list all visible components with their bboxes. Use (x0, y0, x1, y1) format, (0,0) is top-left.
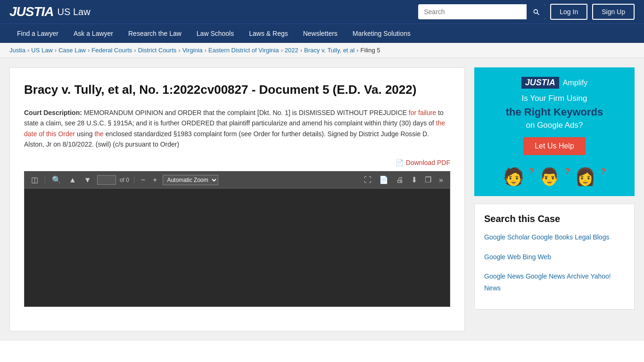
breadcrumb-federal-courts[interactable]: Federal Courts (91, 47, 132, 54)
court-description-text: MEMORANDUM OPINION and ORDER that the co… (24, 109, 445, 148)
link-group-3: Google News Google News Archive Yahoo! N… (484, 271, 625, 294)
content-area: Bracy v. Tully, et al, No. 1:2022cv00827… (9, 67, 465, 331)
nav-law-schools[interactable]: Law Schools (189, 24, 241, 43)
question-marks-2: ? (565, 167, 570, 187)
pdf-download-btn[interactable]: ⬇ (409, 174, 419, 185)
breadcrumb-2022[interactable]: 2022 (285, 47, 298, 54)
ad-illustration: 🧑 ? 👨 ? 👩 ? (484, 167, 625, 187)
search-case-title: Search this Case (484, 214, 625, 224)
sidebar: JUSTIA Amplify Is Your Firm Using the Ri… (474, 67, 635, 331)
breadcrumb-uslaw[interactable]: US Law (31, 47, 53, 54)
breadcrumb-case-name[interactable]: Bracy v. Tully, et al (304, 47, 355, 54)
ad-platform: on Google Ads? (484, 121, 625, 130)
pdf-search-btn[interactable]: 🔍 (50, 174, 63, 185)
breadcrumb-eastern-district[interactable]: Eastern District of Virginia (208, 47, 279, 54)
link-google-news[interactable]: Google News (484, 272, 524, 280)
pdf-zoom-select[interactable]: Automatic Zoom (163, 175, 218, 185)
search-case-panel: Search this Case Google Scholar Google B… (474, 204, 635, 310)
ad-question: Is Your Firm Using (484, 93, 625, 104)
nav-ask-lawyer[interactable]: Ask a Lawyer (66, 24, 121, 43)
search-icon (532, 8, 540, 16)
ad-logo-justia: JUSTIA (521, 77, 559, 89)
nav-marketing-solutions[interactable]: Marketing Solutions (345, 24, 418, 43)
link-google-books[interactable]: Google Books (531, 233, 573, 241)
breadcrumb-caselaw[interactable]: Case Law (58, 47, 86, 54)
pdf-print-btn[interactable]: 🖨 (394, 175, 405, 185)
ad-keywords: the Right Keywords (484, 106, 625, 118)
breadcrumb-district-courts[interactable]: District Courts (138, 47, 177, 54)
nav-find-lawyer[interactable]: Find a Lawyer (9, 24, 66, 43)
search-bar (418, 4, 545, 19)
pdf-viewer: ◫ 🔍 ▲ ▼ 0 of 0 − + Automatic Zoom ⛶ 📄 🖨 … (24, 171, 450, 307)
logo-justia[interactable]: JUSTIA (9, 4, 54, 19)
court-description-label: Court Description: (24, 109, 82, 116)
nav-research-law[interactable]: Research the Law (121, 24, 189, 43)
link-group-2: Google Web Bing Web (484, 251, 625, 263)
ad-logo-area: JUSTIA Amplify (484, 77, 625, 89)
ad-cta-button[interactable]: Let Us Help (523, 137, 586, 155)
download-pdf-label: Download PDF (406, 159, 450, 166)
pdf-fullscreen-btn[interactable]: ⛶ (362, 175, 373, 185)
logo-area: JUSTIA US Law (9, 4, 91, 19)
pdf-toolbar: ◫ 🔍 ▲ ▼ 0 of 0 − + Automatic Zoom ⛶ 📄 🖨 … (25, 172, 450, 189)
search-case-links: Google Scholar Google Books Legal Blogs … (484, 231, 625, 300)
pdf-next-btn[interactable]: ▼ (82, 175, 93, 185)
pdf-toggle-sidebar-btn[interactable]: ◫ (29, 174, 40, 185)
signup-button[interactable]: Sign Up (592, 4, 635, 20)
pdf-content (25, 189, 450, 306)
person-figure-3: 👩 (575, 167, 596, 187)
breadcrumb: Justia › US Law › Case Law › Federal Cou… (0, 43, 644, 58)
court-description: Court Description: MEMORANDUM OPINION an… (24, 107, 450, 150)
link-google-scholar[interactable]: Google Scholar (484, 233, 530, 241)
nav-laws-regs[interactable]: Laws & Regs (241, 24, 295, 43)
pdf-zoom-in-btn[interactable]: + (151, 175, 159, 185)
pdf-zoom-out-btn[interactable]: − (139, 175, 147, 185)
person-figure-2: 👨 (539, 167, 560, 187)
breadcrumb-justia[interactable]: Justia (9, 47, 25, 54)
breadcrumb-virginia[interactable]: Virginia (182, 47, 203, 54)
main-nav: Find a Lawyer Ask a Lawyer Research the … (0, 24, 644, 43)
pdf-icon: 📄 (396, 159, 404, 166)
person-figure-1: 🧑 (503, 167, 524, 187)
pdf-prev-btn[interactable]: ▲ (67, 175, 78, 185)
search-button[interactable] (527, 4, 545, 19)
main-layout: Bracy v. Tully, et al, No. 1:2022cv00827… (0, 58, 644, 341)
download-pdf-section: 📄 Download PDF (24, 159, 450, 166)
pdf-more-btn[interactable]: » (437, 175, 445, 185)
link-legal-blogs[interactable]: Legal Blogs (575, 233, 609, 241)
logo-uslaw: US Law (58, 7, 91, 17)
sidebar-ad: JUSTIA Amplify Is Your Firm Using the Ri… (474, 67, 635, 196)
link-google-web[interactable]: Google Web (484, 253, 521, 261)
header-right: Log In Sign Up (418, 4, 635, 20)
link-google-news-archive[interactable]: Google News Archive (526, 272, 589, 280)
pdf-page-input[interactable]: 0 (97, 175, 116, 185)
ad-amplify-text: Amplify (563, 79, 587, 87)
question-marks-3: ? (601, 167, 606, 187)
pdf-page-total-label: of 0 (120, 177, 129, 183)
header: JUSTIA US Law Log In Sign Up (0, 0, 644, 24)
login-button[interactable]: Log In (550, 4, 587, 20)
case-title: Bracy v. Tully, et al, No. 1:2022cv00827… (24, 82, 450, 98)
pdf-bookmark-btn[interactable]: ❐ (423, 174, 433, 185)
link-bing-web[interactable]: Bing Web (522, 253, 551, 261)
question-marks-1: ? (529, 167, 534, 187)
pdf-open-btn[interactable]: 📄 (377, 174, 390, 185)
link-group-1: Google Scholar Google Books Legal Blogs (484, 231, 625, 243)
breadcrumb-current: Filing 5 (361, 47, 380, 54)
search-input[interactable] (418, 4, 527, 19)
nav-newsletters[interactable]: Newsletters (296, 24, 345, 43)
download-pdf-link[interactable]: 📄 Download PDF (396, 159, 450, 166)
